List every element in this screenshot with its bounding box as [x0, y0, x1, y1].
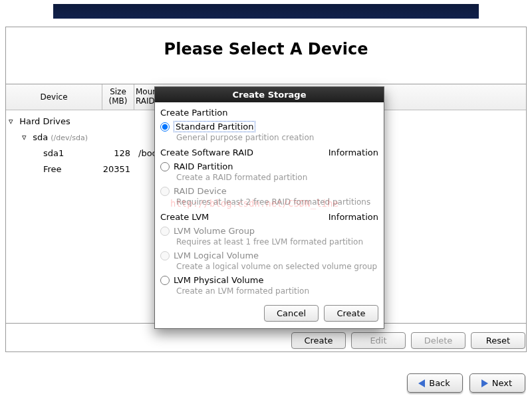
option-desc: Requires at least 2 free RAID formated p… — [176, 197, 378, 207]
option-label: LVM Logical Volume — [174, 250, 259, 260]
option-label: RAID Device — [174, 186, 227, 196]
radio-lvm-vg — [160, 227, 170, 236]
radio-standard-partition[interactable] — [160, 122, 170, 132]
info-link-lvm[interactable]: Information — [329, 212, 378, 222]
section-label: Create Partition — [160, 108, 228, 118]
option-lvm-vg: LVM Volume Group — [160, 226, 378, 236]
radio-raid-device — [160, 187, 170, 196]
info-link-raid[interactable]: Information — [329, 148, 378, 157]
section-header-partition: Create Partition — [160, 108, 378, 118]
radio-lvm-pv[interactable] — [160, 276, 170, 285]
dialog-body: Create Partition Standard Partition Gene… — [155, 102, 384, 301]
option-lvm-lv: LVM Logical Volume — [160, 250, 378, 260]
option-desc: General purpose partition creation — [176, 133, 378, 142]
dialog-buttons: Cancel Create — [155, 301, 384, 328]
option-label: Standard Partition — [174, 121, 255, 132]
section-label: Create Software RAID — [160, 148, 253, 157]
section-header-raid: Create Software RAID Information — [160, 148, 378, 157]
dialog-title: Create Storage — [155, 87, 384, 102]
cancel-button[interactable]: Cancel — [264, 305, 319, 322]
dialog-create-button[interactable]: Create — [324, 305, 378, 322]
radio-raid-partition[interactable] — [160, 162, 170, 171]
radio-lvm-lv — [160, 251, 170, 260]
option-desc: Requires at least 1 free LVM formated pa… — [176, 237, 378, 247]
option-desc: Create a RAID formated partition — [176, 173, 378, 182]
section-header-lvm: Create LVM Information — [160, 212, 378, 222]
option-label: LVM Physical Volume — [174, 275, 263, 285]
option-lvm-pv[interactable]: LVM Physical Volume — [160, 275, 378, 285]
option-desc: Create an LVM formated partition — [176, 286, 378, 296]
section-label: Create LVM — [160, 212, 209, 222]
option-desc: Create a logical volume on selected volu… — [176, 262, 378, 271]
option-raid-device: RAID Device — [160, 186, 378, 196]
create-storage-dialog: Create Storage Create Partition Standard… — [154, 86, 384, 329]
option-raid-partition[interactable]: RAID Partition — [160, 161, 378, 171]
dialog-overlay: Create Storage Create Partition Standard… — [0, 0, 532, 398]
option-label: RAID Partition — [174, 161, 233, 171]
option-standard-partition[interactable]: Standard Partition — [160, 122, 378, 132]
option-label: LVM Volume Group — [174, 226, 255, 236]
